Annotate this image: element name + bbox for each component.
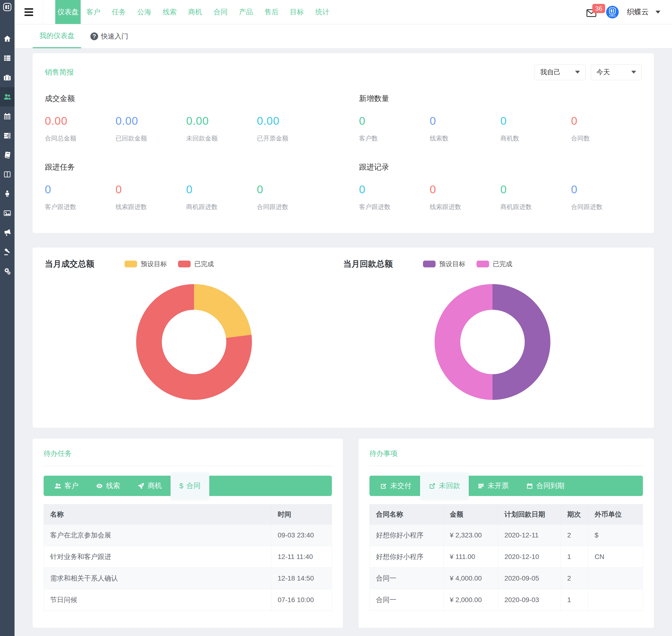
gavel-icon xyxy=(3,248,11,256)
nav-item-contracts[interactable]: 合同 xyxy=(208,0,233,24)
mail-button[interactable]: 36 xyxy=(586,7,598,17)
stat-item: 0商机数 xyxy=(500,114,571,143)
chevron-down-icon xyxy=(575,71,580,74)
column-header: 时间 xyxy=(271,504,332,524)
calendar-icon xyxy=(526,482,533,490)
contract-name-cell: 合同一 xyxy=(370,568,443,589)
chart-legend: 预设目标 已完成 xyxy=(423,260,512,269)
nav-item-statistics[interactable]: 统计 xyxy=(310,0,335,24)
sidebar xyxy=(0,0,15,636)
tab-label: 未回款 xyxy=(439,481,460,491)
sidebar-item-settings[interactable] xyxy=(0,262,15,281)
sidebar-item-hr[interactable] xyxy=(0,184,15,203)
image-icon xyxy=(3,209,11,217)
sidebar-item-boards[interactable] xyxy=(0,165,15,184)
chart-title: 当月成交总额 xyxy=(45,258,94,270)
amount-cell: ¥ 2,000.00 xyxy=(443,589,498,611)
nav-item-opportunities[interactable]: 商机 xyxy=(182,0,208,24)
table-row[interactable]: 客户在北京参加会展09-03 23:40 xyxy=(44,524,332,546)
stat-value: 0 xyxy=(116,183,186,196)
stat-value: 0.00 xyxy=(257,114,328,127)
avatar[interactable]: 织蝶云 xyxy=(606,6,619,18)
tab-uninvoiced[interactable]: 未开票 xyxy=(469,476,517,496)
tab-opportunities[interactable]: 商机 xyxy=(129,476,171,496)
legend-item[interactable]: 已完成 xyxy=(178,260,214,269)
period-cell: 1 xyxy=(561,546,588,568)
tab-label: 商机 xyxy=(148,481,162,491)
table-row[interactable]: 针对业务和客户跟进12-11 11:40 xyxy=(44,546,332,568)
sidebar-item-gallery[interactable] xyxy=(0,203,15,223)
tab-unpaid[interactable]: 未回款 xyxy=(420,472,469,499)
todo-tasks-table: 名称 时间 客户在北京参加会展09-03 23:40 针对业务和客户跟进12-1… xyxy=(44,504,332,611)
owner-select[interactable]: 我自己 xyxy=(535,64,586,80)
monthly-charts-card: 当月成交总额 预设目标 已完成 当月回款总额 预设目标 已完成 xyxy=(33,247,654,428)
table-row[interactable]: 好想你好小程序¥ 111.002020-12-101CN xyxy=(370,546,643,568)
legend-swatch xyxy=(178,261,191,267)
sidebar-item-home[interactable] xyxy=(0,29,15,48)
task-time-cell: 09-03 23:40 xyxy=(271,524,332,546)
stat-item: 0线索跟进数 xyxy=(430,183,500,211)
period-select[interactable]: 今天 xyxy=(591,64,642,80)
menu-toggle[interactable] xyxy=(15,0,43,24)
sidebar-item-calendar[interactable] xyxy=(0,106,15,126)
quick-start-link[interactable]: ? 快速入门 xyxy=(91,24,128,48)
main-nav: 仪表盘 客户 任务 公海 线索 商机 合同 产品 售后 目标 统计 xyxy=(55,0,335,24)
sidebar-item-customers[interactable] xyxy=(0,87,15,106)
tab-my-dashboard[interactable]: 我的仪表盘 xyxy=(33,24,81,48)
sidebar-item-announce[interactable] xyxy=(0,223,15,242)
sidebar-item-knowledge[interactable] xyxy=(0,145,15,165)
stat-section-followup-records: 跟进记录 0客户跟进数 0线索跟进数 0商机跟进数 0合同跟进数 xyxy=(359,162,642,211)
table-row[interactable]: 合同一¥ 2,000.002020-09-031 xyxy=(370,589,643,611)
todo-items-tabbar: 未交付 未回款 未开票 合同到期 xyxy=(370,476,643,496)
tab-contracts[interactable]: $ 合同 xyxy=(171,472,209,499)
app-logo[interactable] xyxy=(0,0,15,14)
nav-item-dashboard[interactable]: 仪表盘 xyxy=(55,0,81,24)
column-header: 合同名称 xyxy=(370,504,443,524)
stat-value: 0 xyxy=(571,183,642,196)
legend-item[interactable]: 已完成 xyxy=(476,260,512,269)
currency-cell: $ xyxy=(588,524,643,546)
nav-item-goals[interactable]: 目标 xyxy=(284,0,310,24)
todo-items-table: 合同名称 金额 计划回款日期 期次 外币单位 好想你好小程序¥ 2,323.00… xyxy=(370,504,643,611)
person-icon xyxy=(3,190,11,198)
tab-undelivered[interactable]: 未交付 xyxy=(371,476,420,496)
period-cell: 2 xyxy=(561,524,588,546)
period-cell: 2 xyxy=(561,568,588,589)
currency-cell xyxy=(588,589,643,611)
calendar-icon xyxy=(3,112,11,120)
table-row[interactable]: 需求和相关干系人确认12-18 14:50 xyxy=(44,568,332,589)
stat-section-new-counts: 新增数量 0客户数 0线索数 0商机数 0合同数 xyxy=(359,94,642,143)
user-menu-caret-icon[interactable] xyxy=(655,11,660,14)
sidebar-item-records[interactable] xyxy=(0,126,15,145)
tab-customers[interactable]: 客户 xyxy=(45,476,87,496)
nav-item-aftersales[interactable]: 售后 xyxy=(259,0,284,24)
stat-section-followup-tasks: 跟进任务 0客户跟进数 0线索跟进数 0商机跟进数 0合同跟进数 xyxy=(45,162,328,211)
settings-icon xyxy=(3,267,11,275)
task-name-cell: 客户在北京参加会展 xyxy=(44,524,271,546)
table-row[interactable]: 合同一¥ 4,000.002020-09-052 xyxy=(370,568,643,589)
payment-total-donut-chart xyxy=(435,284,550,400)
nav-item-customers[interactable]: 客户 xyxy=(81,0,106,24)
table-row[interactable]: 好想你好小程序¥ 2,323.002020-12-112$ xyxy=(370,524,643,546)
sidebar-item-legal[interactable] xyxy=(0,242,15,262)
legend-item[interactable]: 预设目标 xyxy=(423,260,466,269)
sidebar-item-list[interactable] xyxy=(0,48,15,68)
nav-item-leads[interactable]: 线索 xyxy=(157,0,182,24)
stat-value: 0 xyxy=(430,114,500,127)
stat-value: 0 xyxy=(500,114,571,127)
main-content: 销售简报 我自己 今天 成交金额 0.00合同总金额 0.00已回款金额 0.0… xyxy=(15,48,672,636)
table-row[interactable]: 节日问候07-16 10:00 xyxy=(44,589,332,611)
nav-item-products[interactable]: 产品 xyxy=(233,0,259,24)
sidebar-item-briefcase[interactable] xyxy=(0,68,15,87)
tab-contract-expiry[interactable]: 合同到期 xyxy=(517,476,573,496)
home-icon xyxy=(3,35,11,43)
tab-leads[interactable]: 线索 xyxy=(87,476,129,496)
user-name[interactable]: 织蝶云 xyxy=(627,7,649,17)
nav-item-pool[interactable]: 公海 xyxy=(132,0,157,24)
stat-item: 0客户跟进数 xyxy=(45,183,116,211)
legend-item[interactable]: 预设目标 xyxy=(124,260,167,269)
list-icon xyxy=(477,482,485,490)
external-link-icon xyxy=(429,482,436,490)
amount-cell: ¥ 2,323.00 xyxy=(443,524,498,546)
nav-item-tasks[interactable]: 任务 xyxy=(106,0,132,24)
